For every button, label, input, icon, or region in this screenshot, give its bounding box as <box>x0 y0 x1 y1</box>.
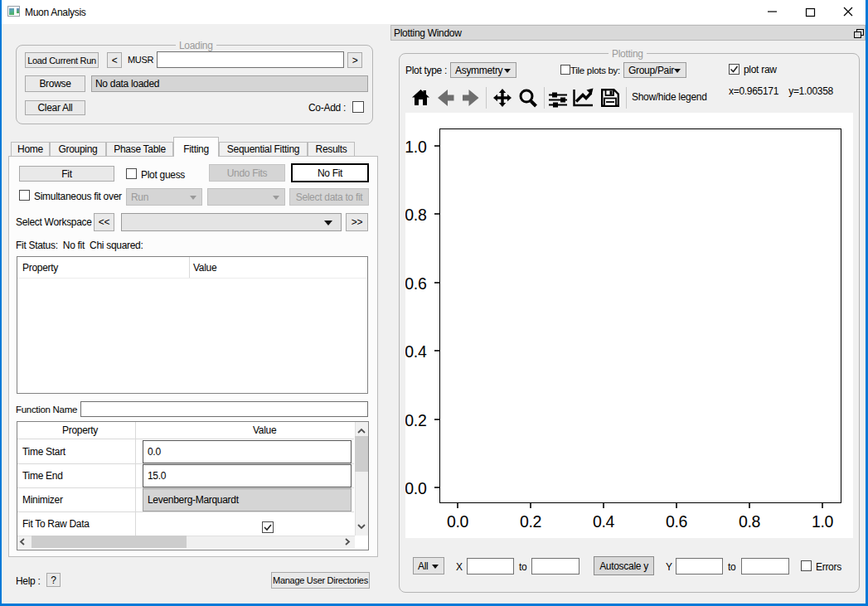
svg-text:1.0: 1.0 <box>405 138 427 156</box>
svg-text:0.6: 0.6 <box>405 274 427 293</box>
svg-text:1.0: 1.0 <box>812 512 834 531</box>
svg-text:0.0: 0.0 <box>405 479 427 497</box>
svg-text:0.2: 0.2 <box>520 512 541 531</box>
svg-text:0.2: 0.2 <box>405 411 427 429</box>
svg-text:0.0: 0.0 <box>447 512 469 531</box>
svg-text:0.4: 0.4 <box>405 342 427 361</box>
svg-text:0.6: 0.6 <box>666 512 687 531</box>
svg-text:0.8: 0.8 <box>405 206 427 224</box>
svg-text:0.8: 0.8 <box>739 512 760 531</box>
svg-text:0.4: 0.4 <box>593 512 615 531</box>
